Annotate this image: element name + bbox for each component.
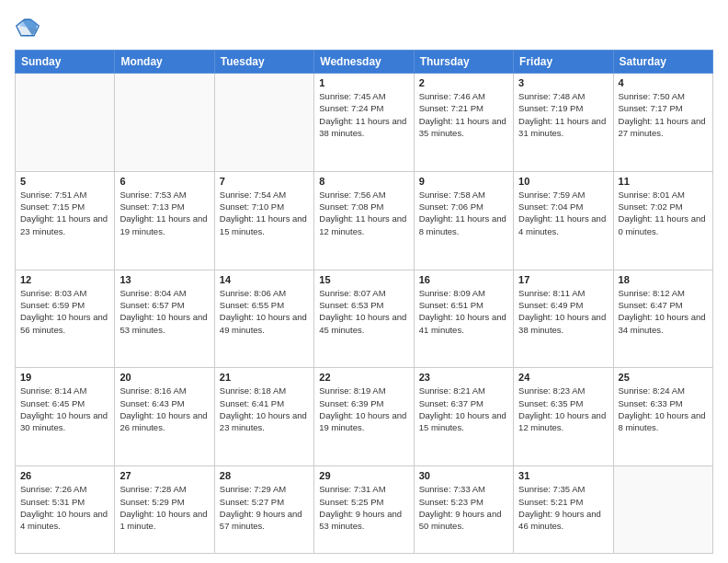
weekday-header-wednesday: Wednesday	[314, 51, 414, 74]
day-number: 22	[319, 372, 408, 383]
cell-info: Sunrise: 8:07 AMSunset: 6:53 PMDaylight:…	[319, 287, 408, 336]
cell-info: Sunrise: 7:59 AMSunset: 7:04 PMDaylight:…	[518, 189, 608, 237]
day-number: 17	[518, 274, 608, 285]
day-number: 9	[419, 176, 508, 187]
calendar-cell: 17Sunrise: 8:11 AMSunset: 6:49 PMDayligh…	[514, 270, 613, 368]
day-number: 1	[319, 77, 408, 88]
calendar-cell: 4Sunrise: 7:50 AMSunset: 7:17 PMDaylight…	[613, 74, 712, 172]
cell-info: Sunrise: 7:48 AMSunset: 7:19 PMDaylight:…	[518, 90, 608, 139]
cell-info: Sunrise: 8:18 AMSunset: 6:41 PMDaylight:…	[220, 385, 309, 433]
cell-info: Sunrise: 7:58 AMSunset: 7:06 PMDaylight:…	[419, 189, 508, 237]
calendar-row-1: 5Sunrise: 7:51 AMSunset: 7:15 PMDaylight…	[16, 171, 713, 270]
cell-info: Sunrise: 8:19 AMSunset: 6:39 PMDaylight:…	[319, 385, 408, 433]
calendar-cell: 28Sunrise: 7:29 AMSunset: 5:27 PMDayligh…	[214, 466, 313, 554]
day-number: 10	[518, 176, 608, 187]
weekday-header-monday: Monday	[115, 51, 214, 74]
calendar-cell: 24Sunrise: 8:23 AMSunset: 6:35 PMDayligh…	[514, 368, 613, 466]
calendar-cell: 2Sunrise: 7:46 AMSunset: 7:21 PMDaylight…	[414, 74, 513, 172]
day-number: 27	[119, 470, 209, 481]
calendar-cell	[16, 74, 115, 172]
day-number: 31	[518, 470, 608, 481]
cell-info: Sunrise: 7:28 AMSunset: 5:29 PMDaylight:…	[119, 483, 209, 532]
calendar-cell	[613, 466, 712, 554]
cell-info: Sunrise: 7:53 AMSunset: 7:13 PMDaylight:…	[119, 189, 209, 237]
weekday-header-thursday: Thursday	[414, 51, 513, 74]
calendar-cell	[214, 74, 313, 172]
calendar-cell: 14Sunrise: 8:06 AMSunset: 6:55 PMDayligh…	[214, 270, 313, 368]
cell-info: Sunrise: 8:06 AMSunset: 6:55 PMDaylight:…	[220, 287, 309, 336]
calendar-cell: 6Sunrise: 7:53 AMSunset: 7:13 PMDaylight…	[115, 171, 214, 270]
weekday-header-saturday: Saturday	[613, 51, 712, 74]
calendar-cell: 27Sunrise: 7:28 AMSunset: 5:29 PMDayligh…	[115, 466, 214, 554]
calendar-cell: 5Sunrise: 7:51 AMSunset: 7:15 PMDaylight…	[16, 171, 115, 270]
day-number: 6	[119, 176, 209, 187]
day-number: 12	[20, 274, 109, 285]
cell-info: Sunrise: 7:29 AMSunset: 5:27 PMDaylight:…	[220, 483, 309, 532]
weekday-header-row: SundayMondayTuesdayWednesdayThursdayFrid…	[16, 51, 713, 74]
calendar-cell: 19Sunrise: 8:14 AMSunset: 6:45 PMDayligh…	[16, 368, 115, 466]
calendar-cell: 1Sunrise: 7:45 AMSunset: 7:24 PMDaylight…	[314, 74, 414, 172]
cell-info: Sunrise: 7:31 AMSunset: 5:25 PMDaylight:…	[319, 483, 408, 532]
cell-info: Sunrise: 8:23 AMSunset: 6:35 PMDaylight:…	[518, 385, 608, 433]
cell-info: Sunrise: 8:12 AMSunset: 6:47 PMDaylight:…	[619, 287, 708, 336]
page: SundayMondayTuesdayWednesdayThursdayFrid…	[0, 0, 728, 563]
weekday-header-sunday: Sunday	[16, 51, 115, 74]
calendar-row-2: 12Sunrise: 8:03 AMSunset: 6:59 PMDayligh…	[16, 270, 713, 368]
cell-info: Sunrise: 8:16 AMSunset: 6:43 PMDaylight:…	[119, 385, 209, 433]
calendar-cell: 31Sunrise: 7:35 AMSunset: 5:21 PMDayligh…	[514, 466, 613, 554]
day-number: 5	[20, 176, 109, 187]
day-number: 18	[619, 274, 708, 285]
weekday-header-friday: Friday	[514, 51, 613, 74]
day-number: 14	[220, 274, 309, 285]
cell-info: Sunrise: 7:51 AMSunset: 7:15 PMDaylight:…	[20, 189, 109, 237]
cell-info: Sunrise: 7:26 AMSunset: 5:31 PMDaylight:…	[20, 483, 109, 532]
day-number: 25	[619, 372, 708, 383]
cell-info: Sunrise: 7:45 AMSunset: 7:24 PMDaylight:…	[319, 90, 408, 139]
cell-info: Sunrise: 7:46 AMSunset: 7:21 PMDaylight:…	[419, 90, 508, 139]
header	[15, 15, 713, 40]
cell-info: Sunrise: 8:21 AMSunset: 6:37 PMDaylight:…	[419, 385, 508, 433]
day-number: 15	[319, 274, 408, 285]
calendar-cell: 12Sunrise: 8:03 AMSunset: 6:59 PMDayligh…	[16, 270, 115, 368]
day-number: 4	[619, 77, 708, 88]
logo-icon	[15, 15, 40, 40]
calendar-cell: 16Sunrise: 8:09 AMSunset: 6:51 PMDayligh…	[414, 270, 513, 368]
day-number: 2	[419, 77, 508, 88]
calendar-cell: 3Sunrise: 7:48 AMSunset: 7:19 PMDaylight…	[514, 74, 613, 172]
calendar-row-4: 26Sunrise: 7:26 AMSunset: 5:31 PMDayligh…	[16, 466, 713, 554]
calendar-cell: 13Sunrise: 8:04 AMSunset: 6:57 PMDayligh…	[115, 270, 214, 368]
calendar-cell: 7Sunrise: 7:54 AMSunset: 7:10 PMDaylight…	[214, 171, 313, 270]
day-number: 7	[220, 176, 309, 187]
cell-info: Sunrise: 7:33 AMSunset: 5:23 PMDaylight:…	[419, 483, 508, 532]
calendar-cell: 11Sunrise: 8:01 AMSunset: 7:02 PMDayligh…	[613, 171, 712, 270]
cell-info: Sunrise: 7:56 AMSunset: 7:08 PMDaylight:…	[319, 189, 408, 237]
day-number: 26	[20, 470, 109, 481]
calendar-cell: 23Sunrise: 8:21 AMSunset: 6:37 PMDayligh…	[414, 368, 513, 466]
calendar-cell: 15Sunrise: 8:07 AMSunset: 6:53 PMDayligh…	[314, 270, 414, 368]
calendar-cell: 18Sunrise: 8:12 AMSunset: 6:47 PMDayligh…	[613, 270, 712, 368]
calendar-cell: 8Sunrise: 7:56 AMSunset: 7:08 PMDaylight…	[314, 171, 414, 270]
calendar-cell: 26Sunrise: 7:26 AMSunset: 5:31 PMDayligh…	[16, 466, 115, 554]
day-number: 16	[419, 274, 508, 285]
calendar-row-3: 19Sunrise: 8:14 AMSunset: 6:45 PMDayligh…	[16, 368, 713, 466]
calendar-cell: 29Sunrise: 7:31 AMSunset: 5:25 PMDayligh…	[314, 466, 414, 554]
cell-info: Sunrise: 8:03 AMSunset: 6:59 PMDaylight:…	[20, 287, 109, 336]
cell-info: Sunrise: 7:35 AMSunset: 5:21 PMDaylight:…	[518, 483, 608, 532]
calendar-row-0: 1Sunrise: 7:45 AMSunset: 7:24 PMDaylight…	[16, 74, 713, 172]
cell-info: Sunrise: 8:24 AMSunset: 6:33 PMDaylight:…	[619, 385, 708, 433]
day-number: 28	[220, 470, 309, 481]
cell-info: Sunrise: 8:01 AMSunset: 7:02 PMDaylight:…	[619, 189, 708, 237]
calendar-cell: 9Sunrise: 7:58 AMSunset: 7:06 PMDaylight…	[414, 171, 513, 270]
calendar-cell: 10Sunrise: 7:59 AMSunset: 7:04 PMDayligh…	[514, 171, 613, 270]
day-number: 24	[518, 372, 608, 383]
day-number: 21	[220, 372, 309, 383]
day-number: 8	[319, 176, 408, 187]
day-number: 20	[119, 372, 209, 383]
cell-info: Sunrise: 8:11 AMSunset: 6:49 PMDaylight:…	[518, 287, 608, 336]
logo	[15, 15, 44, 40]
day-number: 23	[419, 372, 508, 383]
calendar-cell: 22Sunrise: 8:19 AMSunset: 6:39 PMDayligh…	[314, 368, 414, 466]
day-number: 11	[619, 176, 708, 187]
day-number: 29	[319, 470, 408, 481]
calendar-cell: 25Sunrise: 8:24 AMSunset: 6:33 PMDayligh…	[613, 368, 712, 466]
